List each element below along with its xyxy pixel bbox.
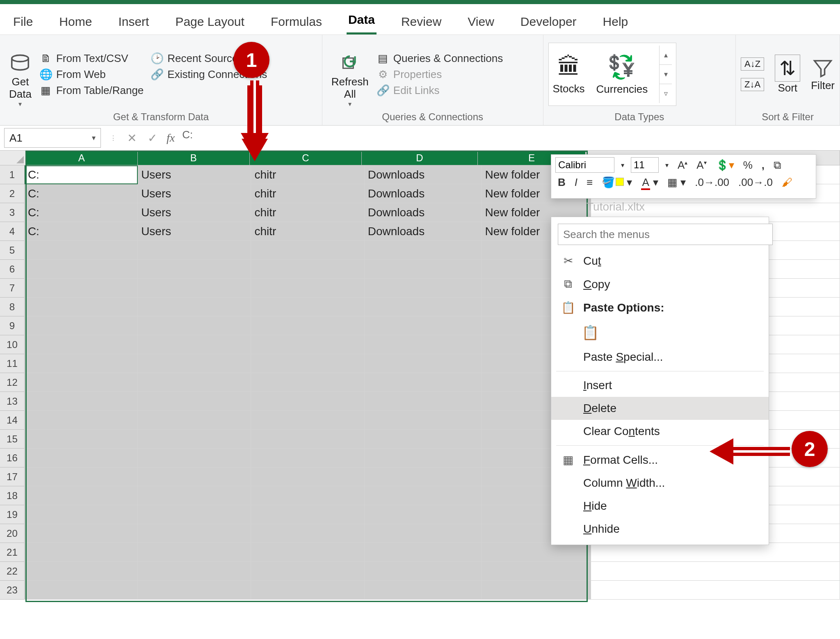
cell-D11[interactable] (365, 354, 482, 373)
chevron-down-icon[interactable]: ▾ (92, 133, 96, 142)
menu-paste-special[interactable]: Paste Special... (551, 346, 769, 369)
cell-D13[interactable] (365, 392, 482, 411)
cell-C19[interactable] (251, 505, 364, 524)
gallery-down-button[interactable]: ▾ (660, 65, 672, 84)
tab-formulas[interactable]: Formulas (269, 12, 324, 34)
bold-button[interactable]: B (555, 175, 568, 190)
cell-D22[interactable] (365, 562, 482, 581)
cell-B12[interactable] (138, 373, 251, 392)
cell-B10[interactable] (138, 335, 251, 354)
tab-data[interactable]: Data (347, 10, 377, 34)
cell-C12[interactable] (251, 373, 364, 392)
cell-B2[interactable]: Users (138, 184, 251, 203)
cell-C5[interactable] (251, 241, 364, 260)
row-header-15[interactable]: 15 (0, 430, 25, 449)
cell-A4[interactable]: C: (25, 222, 138, 241)
table-row[interactable]: 22 (0, 562, 840, 581)
cell-A16[interactable] (25, 449, 138, 467)
cell-A17[interactable] (25, 467, 138, 486)
italic-button[interactable]: I (572, 175, 580, 190)
row-header-6[interactable]: 6 (0, 260, 25, 279)
cell-D14[interactable] (365, 411, 482, 430)
cell-B4[interactable]: Users (138, 222, 251, 241)
cell-C11[interactable] (251, 354, 364, 373)
chevron-down-icon[interactable]: ▾ (619, 160, 627, 170)
cancel-formula-button[interactable]: ✕ (121, 131, 142, 145)
font-size-input[interactable] (631, 157, 659, 173)
cell-B15[interactable] (138, 430, 251, 449)
menu-paste-default[interactable]: 📋 (551, 319, 769, 346)
stocks-button[interactable]: 🏛 Stocks (553, 53, 585, 95)
cell-A22[interactable] (25, 562, 138, 581)
cell-A18[interactable] (25, 486, 138, 505)
col-header-D[interactable]: D (362, 151, 478, 165)
menu-copy[interactable]: ⧉ Copy (551, 273, 769, 296)
refresh-all-button[interactable]: Refresh All ▾ (327, 39, 373, 110)
cell-rest[interactable] (591, 543, 840, 562)
increase-font-button[interactable]: A▴ (675, 158, 690, 172)
gallery-up-button[interactable]: ▴ (660, 46, 672, 65)
cell-D7[interactable] (365, 279, 482, 298)
cell-B21[interactable] (138, 543, 251, 562)
cell-A2[interactable]: C: (25, 184, 138, 203)
cell-A14[interactable] (25, 411, 138, 430)
tab-insert[interactable]: Insert (116, 12, 151, 34)
table-row[interactable]: 23 (0, 581, 840, 600)
cell-D23[interactable] (365, 581, 482, 600)
cell-E21[interactable] (482, 543, 591, 562)
cell-D17[interactable] (365, 467, 482, 486)
menu-unhide[interactable]: Unhide (551, 518, 769, 541)
cell-C23[interactable] (251, 581, 364, 600)
cell-C2[interactable]: chitr (251, 184, 364, 203)
gallery-more-button[interactable]: ▿ (660, 84, 672, 103)
cell-B23[interactable] (138, 581, 251, 600)
cell-D16[interactable] (365, 449, 482, 467)
cell-C10[interactable] (251, 335, 364, 354)
cell-C3[interactable]: chitr (251, 203, 364, 222)
cell-C18[interactable] (251, 486, 364, 505)
font-name-input[interactable] (555, 157, 614, 173)
cell-A9[interactable] (25, 316, 138, 335)
cell-B9[interactable] (138, 316, 251, 335)
cell-D6[interactable] (365, 260, 482, 279)
cell-D20[interactable] (365, 524, 482, 543)
row-header-12[interactable]: 12 (0, 373, 25, 392)
cell-A15[interactable] (25, 430, 138, 449)
cell-B8[interactable] (138, 298, 251, 316)
cell-A10[interactable] (25, 335, 138, 354)
col-header-A[interactable]: A (26, 151, 138, 165)
from-web-button[interactable]: 🌐 From Web (40, 68, 144, 81)
row-header-17[interactable]: 17 (0, 467, 25, 486)
cell-B13[interactable] (138, 392, 251, 411)
cell-A1[interactable]: C: (25, 165, 138, 184)
tab-review[interactable]: Review (399, 12, 443, 34)
cell-B20[interactable] (138, 524, 251, 543)
cell-B17[interactable] (138, 467, 251, 486)
row-header-20[interactable]: 20 (0, 524, 25, 543)
from-text-csv-button[interactable]: 🗎 From Text/CSV (40, 52, 144, 65)
currencies-button[interactable]: 💱 Currencies (596, 53, 648, 96)
cell-B19[interactable] (138, 505, 251, 524)
fx-icon[interactable]: fx (167, 131, 175, 144)
cell-D15[interactable] (365, 430, 482, 449)
row-header-5[interactable]: 5 (0, 241, 25, 260)
select-all-button[interactable] (0, 151, 26, 165)
data-types-gallery[interactable]: 🏛 Stocks 💱 Currencies ▴ ▾ ▿ (548, 43, 677, 106)
align-button[interactable]: ≡ (584, 175, 595, 190)
formula-input[interactable]: C: (179, 128, 840, 147)
percent-button[interactable]: % (741, 158, 755, 172)
cell-E23[interactable] (482, 581, 591, 600)
cell-A13[interactable] (25, 392, 138, 411)
row-header-21[interactable]: 21 (0, 543, 25, 562)
row-header-2[interactable]: 2 (0, 184, 25, 203)
cell-A20[interactable] (25, 524, 138, 543)
tab-developer[interactable]: Developer (519, 12, 578, 34)
cell-D1[interactable]: Downloads (365, 165, 482, 184)
queries-connections-button[interactable]: ▤ Queries & Connections (377, 52, 503, 65)
cell-A7[interactable] (25, 279, 138, 298)
sort-button[interactable]: ⇅ Sort (775, 55, 800, 94)
col-header-B[interactable]: B (138, 151, 250, 165)
row-header-18[interactable]: 18 (0, 486, 25, 505)
cell-C9[interactable] (251, 316, 364, 335)
cell-A6[interactable] (25, 260, 138, 279)
